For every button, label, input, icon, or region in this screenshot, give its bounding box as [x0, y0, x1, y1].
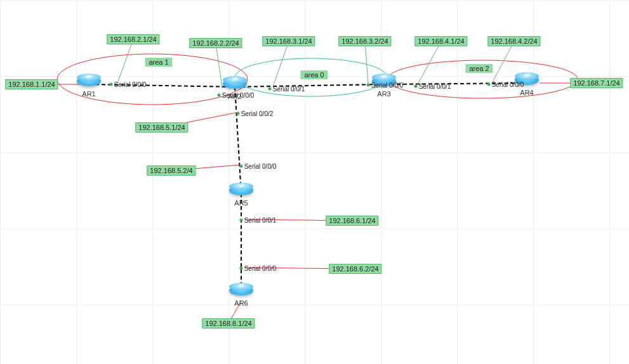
interface-label: Serial 0/0/0	[222, 92, 255, 99]
interface-label: Serial 0/0/0	[244, 265, 277, 272]
router-icon	[223, 79, 247, 89]
interface-dot-icon	[240, 267, 243, 270]
interface-dot-icon	[367, 84, 370, 87]
interface-dot-icon	[218, 94, 221, 97]
router-label: AR1	[82, 90, 95, 98]
router-ar6[interactable]: AR6	[229, 285, 253, 302]
ip-label[interactable]: 192.168.3.2/24	[338, 36, 391, 46]
svg-line-11	[273, 41, 289, 87]
router-label: AR4	[520, 89, 533, 96]
topology-lines	[0, 0, 629, 364]
interface-label: Serial 0/0/1	[273, 86, 305, 93]
router-icon	[229, 285, 253, 296]
interface-dot-icon	[414, 85, 418, 88]
svg-line-4	[235, 84, 384, 87]
ip-label[interactable]: 192.168.2.1/24	[107, 34, 159, 44]
svg-line-6	[235, 87, 241, 193]
router-label: AR3	[377, 90, 390, 98]
ip-label[interactable]: 192.168.6.2/24	[329, 264, 381, 274]
interface-label: Serial 0/0/0	[492, 81, 524, 88]
interface-label: Serial 0/0/1	[244, 217, 277, 224]
interface-label: Serial 0/0/0	[114, 81, 147, 88]
interface-dot-icon	[110, 83, 113, 86]
router-label: AR6	[234, 299, 248, 307]
svg-line-13	[418, 41, 441, 84]
interface-label: Serial 0/0/0	[371, 82, 404, 89]
router-label: AR5	[234, 199, 248, 207]
ip-label[interactable]: 192.168.3.1/24	[262, 36, 315, 46]
ip-label[interactable]: 192.168.1.1/24	[5, 79, 58, 89]
interface-dot-icon	[487, 83, 491, 86]
interface-dot-icon	[237, 112, 240, 115]
ip-label[interactable]: 192.168.5.2/4	[147, 166, 195, 176]
svg-line-9	[117, 39, 133, 83]
interface-dot-icon	[240, 219, 243, 222]
interface-label: Serial 0/0/1	[419, 83, 451, 90]
svg-line-10	[216, 43, 222, 88]
ip-label[interactable]: 192.168.4.2/24	[487, 36, 540, 46]
interface-label: Serial 0/0/2	[241, 110, 274, 117]
area1-label: area 1	[145, 58, 172, 67]
ip-label[interactable]: 192.168.7.1/24	[570, 78, 623, 88]
router-icon	[77, 76, 101, 86]
ip-label[interactable]: 192.168.5.1/24	[135, 122, 188, 133]
area2-label: area 2	[465, 64, 493, 73]
ip-label[interactable]: 192.168.8.1/24	[202, 318, 255, 328]
svg-line-14	[492, 41, 514, 83]
router-icon	[229, 185, 253, 195]
router-ar1[interactable]: AR1	[77, 76, 101, 93]
router-ar5[interactable]: AR5	[229, 185, 253, 202]
interface-dot-icon	[240, 165, 243, 168]
interface-label: Serial 0/0/0	[244, 163, 277, 170]
ip-label[interactable]: 192.168.4.1/24	[414, 36, 467, 46]
area0-label: area 0	[300, 70, 328, 79]
svg-line-12	[365, 41, 368, 84]
ip-label[interactable]: 192.168.6.1/24	[326, 216, 378, 226]
interface-dot-icon	[268, 88, 272, 91]
ip-label[interactable]: 192.168.2.2/24	[189, 38, 242, 48]
